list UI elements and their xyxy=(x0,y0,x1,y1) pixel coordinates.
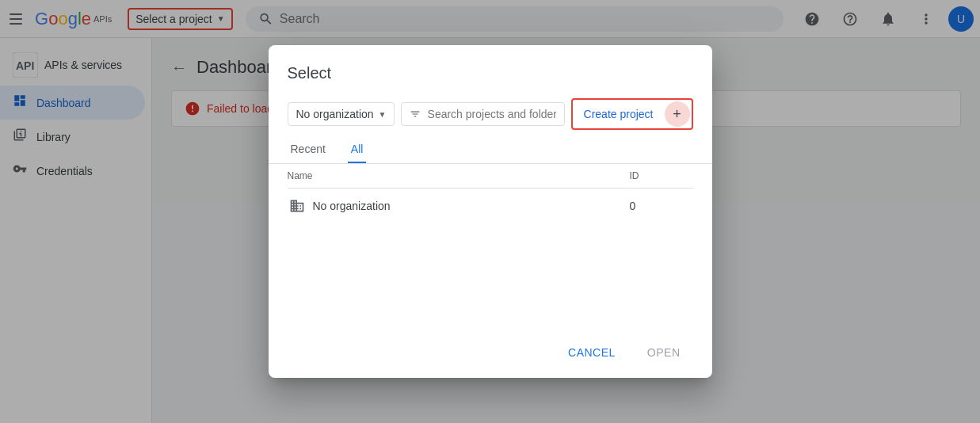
dialog-table: Name ID No organization 0 xyxy=(269,164,712,327)
org-dropdown-arrow-icon: ▼ xyxy=(379,110,387,119)
org-row-name: No organization xyxy=(313,200,630,212)
dialog-toolbar: No organization ▼ Create project + xyxy=(269,92,712,136)
cancel-button[interactable]: CANCEL xyxy=(555,340,628,365)
create-project-wrapper: Create project + xyxy=(571,98,693,130)
table-header: Name ID xyxy=(288,164,693,189)
tab-all[interactable]: All xyxy=(348,136,367,163)
dialog-title: Select xyxy=(269,45,712,92)
org-dropdown[interactable]: No organization ▼ xyxy=(288,102,395,126)
search-field[interactable] xyxy=(401,102,564,126)
col-id-header: ID xyxy=(630,170,693,181)
select-dialog: Select No organization ▼ Create project … xyxy=(269,45,712,378)
create-project-label: Create project xyxy=(584,108,654,120)
col-name-header: Name xyxy=(288,170,630,181)
org-row-icon xyxy=(288,196,307,215)
org-row-id: 0 xyxy=(630,200,693,212)
search-projects-icon xyxy=(410,108,421,120)
table-row[interactable]: No organization 0 xyxy=(288,189,693,223)
create-project-button[interactable]: Create project xyxy=(574,103,663,125)
dialog-tabs: Recent All xyxy=(269,136,712,164)
org-dropdown-label: No organization xyxy=(296,108,374,120)
overlay: Select No organization ▼ Create project … xyxy=(0,0,980,423)
tab-recent[interactable]: Recent xyxy=(288,136,329,163)
search-projects-input[interactable] xyxy=(428,108,556,120)
create-project-plus-icon[interactable]: + xyxy=(665,101,690,127)
dialog-footer: CANCEL OPEN xyxy=(269,327,712,378)
open-button[interactable]: OPEN xyxy=(635,340,693,365)
